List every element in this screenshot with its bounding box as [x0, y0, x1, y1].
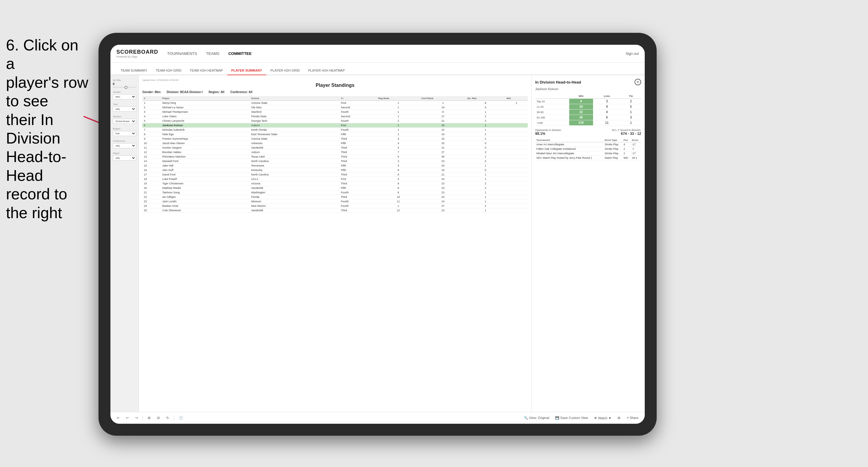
sign-out-button[interactable]: Sign out [626, 52, 639, 56]
year-filter: Year (All) [113, 103, 136, 112]
table-row[interactable]: 18 Luke Powell UCLA First 4 24 1 [143, 177, 528, 181]
table-row[interactable]: 8 Mats Ege East Tennessee State Fifth 1 … [143, 132, 528, 137]
cell-player: Michael Thorbjornsen [161, 110, 250, 114]
nav-committee[interactable]: COMMITTEE [228, 50, 252, 57]
table-row[interactable]: 22 Ian Gilligan Florida Third 10 24 1 [143, 195, 528, 199]
cell-reg: 3 [377, 137, 420, 141]
cell-school: Arizona [250, 181, 340, 186]
table-row[interactable]: 5 Christo Lamprecht Georgia Tech Fourth … [143, 119, 528, 123]
table-row[interactable]: 9 Preston Summerhays Arizona State Third… [143, 137, 528, 141]
cell-school: Florida State [250, 114, 340, 119]
tourn-score: -7 [631, 147, 641, 151]
table-row[interactable]: 14 Maxwell Ford North Carolina Third 3 2… [143, 159, 528, 163]
filter-conference: Conference: All [230, 90, 252, 94]
cell-yr: Third [339, 195, 377, 199]
h2h-win-cell: 22 [569, 110, 593, 115]
cell-conf: 24 [420, 199, 466, 204]
tab-team-summary[interactable]: TEAM SUMMARY [116, 66, 152, 74]
cell-player: Jack Lundin [161, 199, 250, 204]
cell-reg: 6 [377, 190, 420, 195]
view-original-button[interactable]: 🔍 View: Original [522, 415, 551, 421]
table-row[interactable]: 7 Nicholas Gabrelcik North Florida Fourt… [143, 128, 528, 132]
no-rds-label: No Rds. [113, 79, 136, 82]
cell-school: Vanderbilt [250, 146, 340, 150]
cell-conf: 25 [420, 141, 466, 146]
cell-num: 12 [143, 150, 161, 155]
table-row[interactable]: 11 Gordon Sargent Vanderbilt Third 4 21 … [143, 146, 528, 150]
cell-reg: 1 [377, 128, 420, 132]
bottom-toolbar: ↩ ↩ ↪ ⊞ ⊟ ↻ 🕐 🔍 View: Original 💾 Save Cu… [111, 412, 645, 424]
gender-filter: Gender Men [113, 91, 136, 99]
table-row[interactable]: 16 Alex Goff Kentucky Fifth 8 19 0 [143, 168, 528, 173]
table-row[interactable]: 15 Jake Hall Tennessee Fifth 3 20 1 [143, 163, 528, 168]
share-button[interactable]: ↗ Share [624, 415, 640, 421]
table-row[interactable]: 1 Wenyi Ding Arizona State First 1 1 8 1 [143, 101, 528, 105]
gender-select[interactable]: Men [113, 94, 136, 99]
toolbar-clock[interactable]: 🕐 [177, 415, 185, 421]
tab-player-summary[interactable]: PLAYER SUMMARY [227, 66, 266, 75]
player-select[interactable]: (All) [113, 155, 136, 160]
conference-select[interactable]: (All) [113, 143, 136, 148]
instruction-text: 6. Click on a player's row to see their … [0, 36, 90, 222]
table-row[interactable]: 17 David Ford North Carolina Third 8 21 … [143, 173, 528, 177]
cell-conf: 1 [420, 101, 466, 105]
cell-win [505, 163, 528, 168]
cell-yr: Fourth [339, 199, 377, 204]
table-row[interactable]: 13 Phichaksn Maichon Texas A&M Third 6 3… [143, 155, 528, 159]
undo2-button[interactable]: ↩ [124, 415, 130, 421]
tourn-type: Stroke Play [603, 142, 622, 147]
toolbar-btn-1[interactable]: ⊞ [146, 415, 152, 421]
table-title: Player Standings [143, 83, 528, 88]
table-row[interactable]: 2 Michael La Sasso Ole Miss Second 1 19 … [143, 105, 528, 110]
h2h-col-range [535, 94, 569, 99]
table-row[interactable]: 6 Jackson Koivun Auburn First 1 29 1 [143, 123, 528, 128]
slider-thumb[interactable] [124, 86, 127, 89]
watch-button[interactable]: 👁 Watch ▼ [592, 415, 613, 421]
cell-school: North Carolina [250, 173, 340, 177]
nav-tournaments[interactable]: TOURNAMENTS [167, 50, 197, 57]
close-h2h-button[interactable]: ✕ [634, 79, 641, 85]
tab-player-h2h-grid[interactable]: PLAYER H2H GRID [266, 66, 304, 74]
update-time: Update time: 27/03/2024 16:56:26 [143, 79, 528, 82]
tourn-col-type: Event Type [603, 138, 622, 142]
cell-player: David Ford [161, 173, 250, 177]
toolbar-btn-3[interactable]: ↻ [164, 415, 171, 421]
nav-teams[interactable]: TEAMS [206, 50, 219, 57]
tab-player-h2h-heatmap[interactable]: PLAYER H2H HEATMAP [304, 66, 349, 74]
year-select[interactable]: (All) [113, 106, 136, 112]
h2h-header: In Division Head-to-Head ✕ [535, 79, 641, 85]
no-rds-slider[interactable] [113, 87, 136, 88]
table-row[interactable]: 4 Luke Claton Florida State Second 1 27 … [143, 114, 528, 119]
undo-button[interactable]: ↩ [115, 415, 121, 421]
cell-rds: 1 [466, 199, 505, 204]
table-row[interactable]: 19 Tiger Christensen Arizona Third 8 23 … [143, 181, 528, 186]
table-row[interactable]: 23 Jack Lundin Missouri Fourth 11 24 1 [143, 199, 528, 204]
cell-win [505, 137, 528, 141]
redo-button[interactable]: ↪ [133, 415, 140, 421]
layout-button[interactable]: ⊞ [616, 415, 622, 421]
table-row[interactable]: 3 Michael Thorbjornsen Stanford Fourth 1… [143, 110, 528, 114]
cell-yr: Fourth [339, 128, 377, 132]
tab-team-h2h-grid[interactable]: TEAM H2H GRID [152, 66, 186, 74]
cell-player: Christo Lamprecht [161, 119, 250, 123]
save-custom-button[interactable]: 💾 Save Custom View [553, 415, 590, 421]
cell-rds: 1 [466, 177, 505, 181]
table-filters-row: Gender: Men Division: NCAA Division I Re… [143, 90, 528, 94]
cell-school: Auburn [250, 123, 340, 128]
h2h-row: >100 578 11 1 [535, 120, 641, 126]
main-content: No Rds. 6 Gender Men Year (All) [111, 75, 645, 412]
cell-rds: 1 [466, 163, 505, 168]
tourn-score: 18-1 [631, 156, 641, 160]
table-row[interactable]: 20 Matthew Riedel Vanderbilt Fifth 8 23 … [143, 186, 528, 190]
toolbar-btn-2[interactable]: ⊟ [155, 415, 161, 421]
region-select[interactable]: N/A [113, 131, 136, 136]
table-row[interactable]: 21 Taehoon Song Washington Fourth 6 23 1 [143, 190, 528, 195]
table-row[interactable]: 25 Cole Sherwood Vanderbilt Third 12 23 … [143, 208, 528, 213]
cell-school: North Florida [250, 128, 340, 132]
table-row[interactable]: 10 Jacob Mau Olesen Arkansas Fifth 4 25 … [143, 141, 528, 146]
cell-num: 11 [143, 146, 161, 150]
division-select[interactable]: NCAA Division I [113, 119, 136, 124]
table-row[interactable]: 24 Bastian Amat New Mexico Fourth 1 27 2 [143, 204, 528, 208]
table-row[interactable]: 12 Brendan Valdes Auburn Third 7 27 2 [143, 150, 528, 155]
tab-team-h2h-heatmap[interactable]: TEAM H2H HEATMAP [186, 66, 227, 74]
